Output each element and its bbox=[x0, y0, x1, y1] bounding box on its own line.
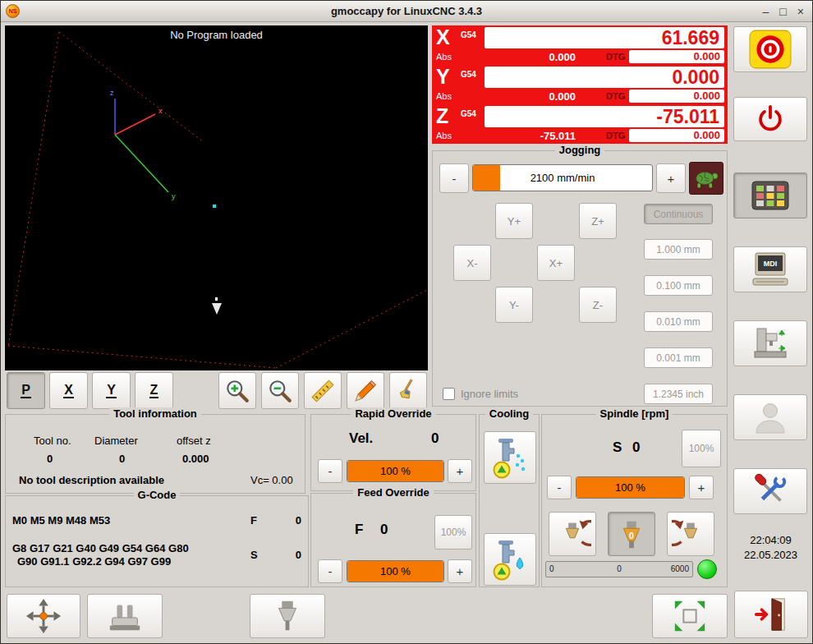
offset-z-value: 0.000 bbox=[182, 453, 209, 465]
dtg-label: DTG bbox=[606, 131, 625, 140]
gremlin-preview[interactable]: x y z No Program loaded bbox=[5, 25, 428, 370]
block-height-button[interactable] bbox=[87, 594, 163, 638]
increment-0.1mm-button[interactable]: 0.100 mm bbox=[644, 275, 713, 296]
rapid-override-minus-button[interactable]: - bbox=[318, 459, 342, 483]
tool-change-button[interactable] bbox=[250, 594, 325, 638]
jog-speed-plus-button[interactable]: + bbox=[656, 163, 686, 193]
axis-position-value: 0.000 bbox=[485, 67, 724, 88]
close-button[interactable]: × bbox=[797, 1, 804, 22]
rapid-override-plus-button[interactable]: + bbox=[448, 459, 472, 483]
minus-label: - bbox=[328, 564, 333, 578]
diameter-value: 0 bbox=[119, 453, 125, 465]
dro-axis-z[interactable]: Z G54 -75.011 Abs -75.011 DTG 0.000 bbox=[432, 104, 728, 144]
clock-date: 22.05.2023 bbox=[732, 548, 810, 563]
dtg-value: 0.000 bbox=[629, 129, 724, 142]
spindle-stop-button[interactable]: 0 bbox=[608, 512, 655, 556]
abs-value: 0.000 bbox=[489, 90, 576, 103]
jog-x-plus-button[interactable]: X+ bbox=[537, 245, 575, 281]
axis-letter-label: X bbox=[436, 25, 450, 49]
maximize-button[interactable]: □ bbox=[779, 1, 786, 22]
spindle-cw-icon bbox=[672, 515, 710, 553]
dro-axis-x[interactable]: X G54 61.669 Abs 0.000 DTG 0.000 bbox=[432, 25, 728, 65]
window-title: gmoccapy for LinuxCNC 3.4.3 bbox=[1, 5, 812, 17]
spindle-chuck-icon bbox=[269, 597, 306, 635]
increment-label: 0.100 mm bbox=[656, 280, 700, 292]
zoom-in-button[interactable] bbox=[218, 372, 256, 409]
rapid-override-slider[interactable]: 100 % bbox=[347, 460, 444, 482]
vc-value: Vc= 0.00 bbox=[250, 474, 293, 486]
jog-y-minus-button[interactable]: Y- bbox=[495, 287, 533, 323]
flood-coolant-button[interactable] bbox=[484, 533, 536, 586]
axis-letter-label: Z bbox=[436, 104, 448, 128]
mdi-page-button[interactable]: MDI bbox=[733, 246, 807, 292]
feed-override-reset-button[interactable]: 100% bbox=[434, 515, 472, 550]
clear-plot-button[interactable] bbox=[389, 372, 427, 409]
draw-path-button[interactable] bbox=[347, 372, 384, 409]
mist-coolant-button[interactable] bbox=[484, 431, 536, 484]
flood-icon bbox=[489, 536, 531, 582]
dtg-label: DTG bbox=[606, 91, 625, 101]
rapid-override-value: 100 % bbox=[347, 461, 443, 481]
turtle-icon bbox=[691, 166, 721, 191]
tool-measurement-page-button[interactable] bbox=[733, 320, 807, 366]
active-g-codes-line2: G90 G91.1 G92.2 G94 G97 G99 bbox=[17, 555, 171, 568]
view-perspective-button[interactable]: P bbox=[7, 372, 45, 409]
jog-y-plus-button[interactable]: Y+ bbox=[495, 203, 533, 239]
machine-on-button[interactable] bbox=[733, 97, 807, 141]
jog-speed-slider[interactable]: 2100 mm/min bbox=[472, 164, 653, 191]
increment-0.001mm-button[interactable]: 0.001 mm bbox=[644, 347, 713, 368]
user-page-button[interactable] bbox=[733, 394, 807, 440]
tool-no-header: Tool no. bbox=[34, 435, 71, 447]
zoom-out-icon bbox=[267, 378, 293, 404]
increment-label: Continuous bbox=[654, 209, 704, 220]
dro-panel[interactable]: X G54 61.669 Abs 0.000 DTG 0.000 Y G54 0… bbox=[432, 25, 728, 144]
increment-0.01mm-button[interactable]: 0.010 mm bbox=[644, 311, 713, 332]
increment-label: 0.010 mm bbox=[656, 316, 700, 328]
spindle-override-minus-button[interactable]: - bbox=[547, 476, 572, 499]
fullscreen-preview-button[interactable] bbox=[652, 594, 728, 638]
feed-override-plus-button[interactable]: + bbox=[448, 559, 472, 583]
spindle-title: Spindle [rpm] bbox=[542, 407, 727, 420]
unit-toggle-button[interactable]: 1.2345 inch bbox=[644, 384, 713, 404]
jog-z-minus-button[interactable]: Z- bbox=[579, 287, 617, 323]
zoom-out-button[interactable] bbox=[261, 372, 299, 409]
turtle-jog-toggle-button[interactable] bbox=[689, 162, 723, 195]
view-y-button[interactable]: Y bbox=[92, 372, 131, 409]
minimize-button[interactable]: – bbox=[763, 1, 769, 22]
touch-off-page-button[interactable] bbox=[7, 594, 80, 638]
view-z-button[interactable]: Z bbox=[135, 372, 173, 409]
exit-button[interactable] bbox=[734, 591, 808, 638]
increment-1mm-button[interactable]: 1.000 mm bbox=[644, 239, 713, 260]
tools-page-button[interactable] bbox=[733, 468, 807, 514]
increment-label: 1.000 mm bbox=[656, 244, 700, 255]
cooling-frame: Cooling bbox=[479, 414, 540, 587]
feed-override-minus-button[interactable]: - bbox=[318, 559, 342, 583]
axis-letter-z: z bbox=[110, 89, 114, 97]
spindle-ccw-button[interactable] bbox=[549, 512, 596, 556]
jog-z-plus-button[interactable]: Z+ bbox=[579, 203, 617, 239]
axis-position-value: -75.011 bbox=[485, 106, 724, 127]
spindle-cw-button[interactable] bbox=[667, 512, 714, 556]
tool-info-title: Tool information bbox=[6, 407, 305, 420]
abs-value: -75.011 bbox=[489, 130, 576, 142]
clock: 22:04:09 22.05.2023 bbox=[732, 533, 810, 563]
jog-x-minus-button[interactable]: X- bbox=[453, 245, 491, 281]
view-x-label: X bbox=[63, 383, 74, 398]
spindle-frame: Spindle [rpm] S 0 100% - 100 % + 0 bbox=[541, 414, 728, 587]
dro-axis-y[interactable]: Y G54 0.000 Abs 0.000 DTG 0.000 bbox=[432, 65, 728, 104]
spindle-rpm-value: 0 bbox=[632, 439, 640, 456]
unit-label: 1.2345 inch bbox=[653, 389, 704, 400]
show-dimensions-button[interactable] bbox=[304, 372, 342, 409]
jog-speed-minus-button[interactable]: - bbox=[439, 163, 469, 193]
spindle-override-reset-button[interactable]: 100% bbox=[682, 430, 721, 467]
settings-page-button[interactable] bbox=[733, 172, 807, 218]
broom-icon bbox=[395, 378, 421, 404]
s-label: S bbox=[250, 549, 258, 561]
increment-continuous-button[interactable]: Continuous bbox=[644, 204, 713, 224]
spindle-override-plus-button[interactable]: + bbox=[689, 476, 714, 499]
view-x-button[interactable]: X bbox=[49, 372, 88, 409]
ignore-limits-checkbox[interactable] bbox=[443, 388, 455, 400]
feed-override-slider[interactable]: 100 % bbox=[347, 560, 444, 582]
spindle-override-slider[interactable]: 100 % bbox=[576, 476, 685, 499]
estop-button[interactable] bbox=[733, 26, 807, 72]
